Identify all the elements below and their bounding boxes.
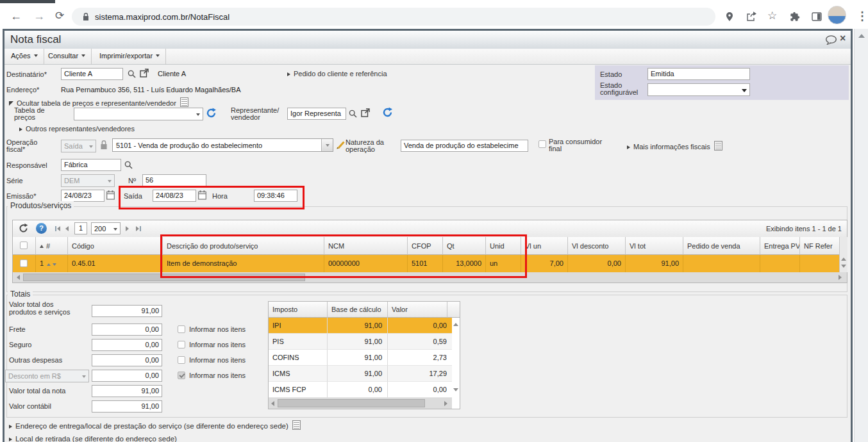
- doc-note-icon[interactable]: [714, 141, 722, 151]
- outros-representantes-expander[interactable]: Outros representantes/vendedores: [19, 125, 135, 133]
- responsavel-field[interactable]: Fábrica: [61, 159, 121, 171]
- header-codigo[interactable]: Código: [68, 237, 163, 255]
- desconto-tipo-select[interactable]: Desconto em R$: [5, 370, 89, 382]
- row-checkbox[interactable]: [20, 259, 28, 267]
- para-consumidor-checkbox[interactable]: [538, 140, 546, 148]
- bookmark-star-icon[interactable]: ☆: [767, 10, 777, 22]
- scroll-left-icon[interactable]: [17, 275, 20, 280]
- menu-dots-icon[interactable]: ⋮: [856, 10, 868, 22]
- calendar-icon[interactable]: [198, 190, 206, 200]
- valor-total-produtos-field[interactable]: 91,00: [92, 305, 162, 317]
- side-panel-icon[interactable]: [812, 12, 822, 22]
- destinatario-field[interactable]: Cliente A: [61, 68, 123, 80]
- back-icon[interactable]: ←: [10, 10, 22, 22]
- cfop-select[interactable]: 5101 - Venda de produção do estabelecime…: [112, 138, 333, 152]
- menu-consultar[interactable]: Consultar: [43, 49, 92, 64]
- scroll-right-icon[interactable]: [444, 401, 447, 406]
- scrollbar-thumb[interactable]: [278, 399, 425, 407]
- serie-select[interactable]: DEM: [61, 174, 115, 187]
- header-pedido-venda[interactable]: Pedido de venda: [683, 237, 760, 255]
- doc-note-icon[interactable]: [180, 97, 188, 107]
- header-vl-un[interactable]: Vl un: [521, 237, 568, 255]
- move-down-icon[interactable]: [53, 263, 56, 266]
- scroll-down-icon[interactable]: [453, 388, 458, 391]
- natureza-operacao-field[interactable]: Venda de produção do estabelecime: [401, 140, 528, 152]
- valor-total-nota-field[interactable]: 91,00: [92, 385, 162, 397]
- pencil-edit-icon[interactable]: [336, 140, 346, 149]
- valor-contabil-field[interactable]: 91,00: [92, 400, 162, 413]
- search-icon[interactable]: [124, 161, 133, 169]
- location-pin-icon[interactable]: [724, 12, 735, 22]
- header-base-calculo[interactable]: Base de cálculo: [328, 302, 388, 318]
- pager-page-input[interactable]: 1: [74, 222, 87, 234]
- frete-informar-checkbox[interactable]: [178, 325, 185, 333]
- search-icon[interactable]: [128, 70, 136, 78]
- share-icon[interactable]: [746, 12, 756, 22]
- desconto-field[interactable]: 0,00: [92, 370, 162, 382]
- open-record-icon[interactable]: [361, 108, 370, 117]
- calendar-icon[interactable]: [106, 190, 115, 200]
- forward-icon[interactable]: →: [33, 10, 45, 22]
- header-vl-desconto[interactable]: Vl desconto: [568, 237, 626, 255]
- numero-field[interactable]: 56: [142, 174, 206, 186]
- frete-field[interactable]: 0,00: [92, 323, 162, 336]
- estado-field[interactable]: Emitida: [647, 68, 750, 80]
- scrollbar-thumb[interactable]: [23, 274, 305, 281]
- header-unid[interactable]: Unid: [486, 237, 521, 255]
- header-nf-refer[interactable]: NF Refer: [800, 237, 839, 255]
- header-descricao[interactable]: Descrição do produto/serviço: [163, 237, 324, 255]
- move-up-icon[interactable]: [47, 263, 51, 266]
- ocultar-tabela-expander[interactable]: Ocultar tabela de preços e representante…: [9, 97, 188, 107]
- header-valor[interactable]: Valor: [388, 302, 447, 318]
- header-imposto[interactable]: Imposto: [269, 302, 328, 318]
- reload-icon[interactable]: ⟳: [55, 10, 64, 22]
- page-scrollbar[interactable]: [854, 29, 868, 442]
- pager-page-size-select[interactable]: 200: [91, 222, 121, 234]
- menu-acoes[interactable]: Ações: [6, 49, 44, 64]
- help-icon[interactable]: ?: [36, 223, 47, 234]
- scroll-up-icon[interactable]: [841, 258, 846, 261]
- outras-despesas-field[interactable]: 0,00: [92, 354, 162, 366]
- scroll-down-icon[interactable]: [841, 265, 846, 268]
- doc-note-icon[interactable]: [292, 420, 301, 430]
- header-ncm[interactable]: NCM: [324, 237, 408, 255]
- destinatario-link[interactable]: Cliente A: [158, 70, 186, 78]
- representante-field[interactable]: Igor Representa: [287, 108, 346, 120]
- mais-informacoes-expander[interactable]: Mais informações fiscais: [627, 141, 722, 151]
- tabela-precos-select[interactable]: [74, 108, 203, 120]
- scroll-up-icon[interactable]: [453, 323, 458, 326]
- cfop-dropdown-button[interactable]: [321, 139, 333, 151]
- grid-refresh-icon[interactable]: [18, 223, 29, 234]
- grid-horizontal-scrollbar[interactable]: [13, 272, 847, 282]
- endereco-entrega-expander[interactable]: Endereço de entrega/local de prestação d…: [9, 420, 301, 430]
- grid-vertical-scrollbar[interactable]: [839, 237, 847, 272]
- estado-configuravel-select[interactable]: [647, 83, 750, 96]
- saida-field[interactable]: 24/08/23: [153, 190, 196, 202]
- seguro-field[interactable]: 0,00: [92, 339, 162, 351]
- url-bar[interactable]: sistema.maxiprod.com.br/NotaFiscal: [72, 8, 715, 26]
- header-num[interactable]: #: [36, 237, 68, 255]
- close-icon[interactable]: ×: [840, 33, 846, 44]
- https-lock-icon[interactable]: [82, 12, 90, 21]
- header-qt[interactable]: Qt: [443, 237, 486, 255]
- emissao-field[interactable]: 24/08/23: [61, 190, 104, 202]
- select-all-checkbox[interactable]: [20, 241, 28, 249]
- header-vl-tot[interactable]: Vl tot: [626, 237, 683, 255]
- scroll-up-arrow-icon[interactable]: [858, 34, 865, 38]
- header-entrega-pv[interactable]: Entrega PV: [760, 237, 800, 255]
- menu-imprimir-exportar[interactable]: Imprimir/exportar: [94, 49, 166, 64]
- profile-avatar[interactable]: [828, 6, 846, 24]
- pedido-cliente-expander[interactable]: Pedido do cliente e referência: [287, 70, 387, 78]
- header-cfop[interactable]: CFOP: [408, 237, 443, 255]
- seguro-informar-checkbox[interactable]: [178, 341, 185, 348]
- refresh-icon[interactable]: [382, 107, 393, 118]
- tax-vertical-scrollbar[interactable]: [452, 318, 460, 398]
- extensions-puzzle-icon[interactable]: [790, 12, 800, 22]
- desconto-informar-checkbox[interactable]: [178, 372, 185, 379]
- operacao-tipo-select[interactable]: Saída: [61, 140, 96, 152]
- open-record-icon[interactable]: [140, 69, 149, 78]
- outras-informar-checkbox[interactable]: [178, 356, 185, 364]
- chat-bubble-icon[interactable]: [825, 35, 837, 45]
- hora-field[interactable]: 09:38:46: [254, 190, 297, 202]
- tax-horizontal-scrollbar[interactable]: [269, 398, 452, 409]
